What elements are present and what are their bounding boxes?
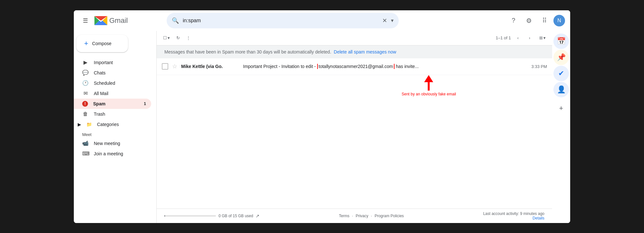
- select-dropdown-icon: ▾: [168, 35, 170, 40]
- table-row[interactable]: ☆ Mike Kettle (via Go. Important Project…: [157, 58, 552, 75]
- sidebar-item-scheduled[interactable]: 🕐 Scheduled: [74, 78, 151, 88]
- manage-storage-icon[interactable]: ↗: [256, 213, 259, 218]
- storage-bar: [164, 215, 216, 217]
- refresh-button[interactable]: ↻: [174, 34, 182, 42]
- body: + Compose ▶ Important 💬 Chats 🕐 Schedule…: [74, 31, 570, 223]
- details-link[interactable]: Details: [483, 216, 544, 220]
- activity-info: Last account activity: 9 minutes ago Det…: [483, 211, 544, 220]
- sidebar-item-label: Join a meeting: [94, 151, 123, 156]
- sidebar-item-label: Important: [94, 60, 113, 65]
- search-input[interactable]: [183, 18, 378, 24]
- fake-email-highlight: totallynotascammer2021@gmail.com: [317, 64, 395, 69]
- view-options-button[interactable]: ⊞ ▾: [537, 34, 548, 42]
- pagination-text: 1–1 of 1: [496, 35, 511, 40]
- help-button[interactable]: ?: [507, 14, 520, 27]
- account-button[interactable]: N: [553, 15, 565, 26]
- gmail-text: Gmail: [109, 16, 128, 25]
- help-icon: ?: [512, 17, 515, 24]
- sidebar: + Compose ▶ Important 💬 Chats 🕐 Schedule…: [74, 31, 156, 223]
- tasks-icon: ✔: [558, 69, 564, 78]
- main-content: ☐ ▾ ↻ ⋮ 1–1 of 1 ‹ ›: [156, 31, 552, 223]
- delete-spam-link[interactable]: Delete all spam messages now: [334, 49, 396, 54]
- keyboard-icon: ⌨: [82, 150, 89, 157]
- email-time: 3:33 PM: [532, 64, 547, 69]
- contacts-button[interactable]: 👤: [553, 82, 569, 97]
- plus-icon: +: [559, 104, 563, 112]
- hamburger-icon: ☰: [83, 17, 88, 24]
- terms-link[interactable]: Terms: [339, 214, 349, 218]
- sidebar-item-categories[interactable]: ▶ 📁 Categories: [74, 119, 156, 130]
- header-right: ? ⚙ ⠿ N: [507, 14, 565, 27]
- view-dropdown-icon: ▾: [543, 35, 546, 40]
- compose-label: Compose: [92, 41, 112, 46]
- sidebar-item-label: Scheduled: [94, 81, 115, 86]
- expand-icon: ▶: [78, 122, 81, 127]
- email-list: ☆ Mike Kettle (via Go. Important Project…: [157, 58, 552, 209]
- gmail-logo: Gmail: [94, 16, 128, 25]
- meet-section-label: Meet: [74, 130, 156, 138]
- sidebar-item-chats[interactable]: 💬 Chats: [74, 68, 151, 78]
- separator2: ·: [371, 214, 372, 218]
- keep-icon: 📌: [557, 53, 566, 62]
- privacy-link[interactable]: Privacy: [356, 214, 368, 218]
- spam-icon: !: [82, 101, 88, 107]
- settings-button[interactable]: ⚙: [522, 14, 535, 27]
- video-icon: 📹: [82, 140, 89, 146]
- next-page-button[interactable]: ›: [525, 34, 534, 43]
- calendar-button[interactable]: 📅: [553, 34, 569, 49]
- checkbox-icon: ☐: [163, 35, 167, 40]
- clear-search-button[interactable]: ✕: [382, 17, 387, 24]
- right-side-panel: 📅 📌 ✔ 👤 +: [552, 31, 570, 223]
- search-icon: 🔍: [172, 17, 179, 24]
- apps-button[interactable]: ⠿: [538, 14, 551, 27]
- email-checkbox[interactable]: [162, 63, 168, 70]
- sidebar-item-new-meeting[interactable]: 📹 New meeting: [74, 138, 151, 149]
- activity-text: Last account activity: 9 minutes ago: [483, 211, 544, 216]
- search-options-button[interactable]: ▾: [391, 17, 394, 24]
- spam-badge: 1: [144, 102, 146, 106]
- compose-button[interactable]: + Compose: [76, 35, 128, 52]
- prev-page-button[interactable]: ‹: [513, 34, 522, 43]
- important-icon: ▶: [82, 59, 89, 65]
- view-icon: ⊞: [539, 35, 543, 40]
- email-subject: Important Project - Invitation to edit -…: [243, 64, 528, 69]
- sidebar-item-label: New meeting: [94, 141, 120, 146]
- email-toolbar: ☐ ▾ ↻ ⋮ 1–1 of 1 ‹ ›: [157, 31, 552, 45]
- all-mail-icon: ✉: [82, 90, 89, 96]
- compose-plus-icon: +: [84, 40, 88, 47]
- arrow-up-icon: [424, 75, 433, 82]
- prev-icon: ‹: [517, 35, 519, 40]
- search-bar: 🔍 ✕ ▾: [167, 13, 399, 28]
- select-all-button[interactable]: ☐ ▾: [161, 34, 172, 42]
- sidebar-item-spam[interactable]: ! Spam 1: [74, 99, 151, 109]
- sidebar-item-all-mail[interactable]: ✉ All Mail: [74, 88, 151, 99]
- more-options-button[interactable]: ⋮: [184, 34, 193, 42]
- sidebar-item-label: All Mail: [94, 91, 108, 96]
- contacts-icon: 👤: [557, 85, 566, 94]
- tasks-button[interactable]: ✔: [553, 66, 569, 81]
- arrow-stem: [428, 82, 430, 91]
- m-logo-icon: [94, 16, 107, 25]
- menu-button[interactable]: ☰: [79, 14, 92, 27]
- sidebar-item-join-meeting[interactable]: ⌨ Join a meeting: [74, 149, 151, 159]
- annotation-label: Sent by an obviously fake email: [402, 92, 456, 96]
- policies-link[interactable]: Program Policies: [375, 214, 404, 218]
- footer-links: Terms · Privacy · Program Policies: [339, 214, 404, 218]
- storage-bar-fill: [164, 215, 165, 217]
- separator1: ·: [352, 214, 353, 218]
- dropdown-icon: ▾: [391, 18, 394, 23]
- pagination: 1–1 of 1 ‹ › ⊞ ▾: [496, 34, 548, 43]
- keep-button[interactable]: 📌: [553, 50, 569, 65]
- annotation-arrow: Sent by an obviously fake email: [402, 75, 456, 96]
- chats-icon: 💬: [82, 70, 89, 76]
- sidebar-item-trash[interactable]: 🗑 Trash: [74, 109, 151, 119]
- apps-icon: ⠿: [542, 17, 547, 24]
- spam-banner: Messages that have been in Spam more tha…: [157, 45, 552, 58]
- star-button[interactable]: ☆: [172, 63, 177, 70]
- scheduled-icon: 🕐: [82, 80, 89, 86]
- sidebar-item-important[interactable]: ▶ Important: [74, 57, 151, 68]
- clear-icon: ✕: [382, 17, 387, 24]
- storage-text: 0 GB of 15 GB used: [219, 214, 253, 218]
- avatar: N: [557, 18, 561, 24]
- add-addon-button[interactable]: +: [553, 101, 569, 116]
